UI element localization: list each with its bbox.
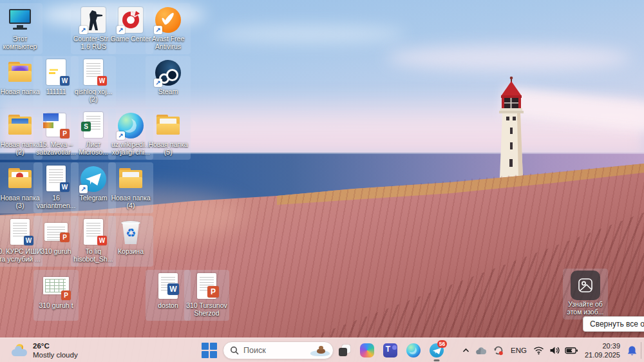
notifications-button[interactable] bbox=[625, 341, 639, 360]
desktop-icon-tursunov[interactable]: 310 Tursunov Sherzod bbox=[184, 270, 229, 321]
search-input[interactable] bbox=[243, 346, 308, 355]
time: 20:39 bbox=[585, 341, 620, 350]
chevron-up-icon bbox=[462, 347, 470, 354]
word-document-icon bbox=[41, 164, 71, 194]
volume-button[interactable] bbox=[548, 341, 561, 360]
powerpoint-file-icon bbox=[41, 111, 71, 140]
battery-icon bbox=[565, 346, 578, 355]
desktop-icon-folder-new-5[interactable]: Новая папка (5) bbox=[146, 109, 191, 160]
hidden-icons-button[interactable] bbox=[460, 341, 471, 360]
icon-label: Корзина bbox=[118, 247, 144, 255]
steam-icon bbox=[153, 58, 183, 88]
word-document-icon bbox=[153, 272, 183, 301]
teams-button[interactable] bbox=[379, 338, 402, 362]
running-indicator bbox=[434, 359, 440, 361]
shortcut-arrow-icon bbox=[117, 131, 125, 140]
desktop-icon-steam[interactable]: Steam bbox=[146, 56, 191, 107]
orange-ball-icon bbox=[153, 5, 183, 35]
icon-label: 310 guruh t bbox=[39, 301, 73, 309]
powerpoint-table-icon bbox=[41, 272, 71, 301]
task-view-button[interactable] bbox=[332, 338, 355, 362]
copilot-button[interactable] bbox=[355, 338, 379, 362]
computer-monitor-icon bbox=[5, 5, 35, 35]
minimize-all-tooltip: Свернуть все окна bbox=[583, 316, 644, 332]
icon-label: 310 guruh bbox=[41, 247, 71, 255]
onedrive-button[interactable] bbox=[474, 341, 489, 360]
clock[interactable]: 20:39 21.09.2025 bbox=[582, 341, 623, 360]
cs-soldier-icon bbox=[79, 5, 108, 35]
icon-label: Avast Free Antivirus bbox=[146, 35, 191, 51]
folder-icon bbox=[116, 164, 146, 194]
edge-button[interactable] bbox=[402, 338, 425, 362]
wps-document-icon bbox=[79, 218, 108, 247]
shortcut-arrow-icon bbox=[154, 26, 162, 34]
wifi-icon bbox=[533, 346, 544, 355]
shortcut-arrow-icon bbox=[79, 185, 88, 193]
desktop-icon-qishloq[interactable]: qishloq xoj... (2) bbox=[71, 56, 116, 107]
battery-button[interactable] bbox=[564, 341, 580, 360]
search-highlight-otter-image[interactable] bbox=[310, 343, 330, 357]
volume-icon bbox=[549, 346, 560, 355]
lighthouse bbox=[493, 75, 530, 180]
copilot-icon bbox=[360, 343, 374, 357]
wps-document-icon bbox=[79, 58, 108, 88]
telegram-icon bbox=[79, 164, 108, 194]
powerpoint-file-icon bbox=[41, 218, 71, 247]
update-restart-button[interactable] bbox=[491, 341, 506, 360]
folder-icon bbox=[5, 164, 35, 194]
shortcut-arrow-icon bbox=[79, 26, 88, 34]
icon-label: Новая папка (4) bbox=[108, 194, 153, 210]
telegram-button[interactable]: 56 bbox=[425, 338, 448, 362]
moon-cloud-icon bbox=[10, 343, 28, 358]
red-ring-arrow-icon bbox=[116, 5, 146, 35]
icon-label: Telegram bbox=[79, 194, 107, 202]
icon-label: doston bbox=[158, 301, 178, 309]
icon-label: qishloq xoj... (2) bbox=[71, 88, 116, 104]
update-restart-icon bbox=[493, 345, 504, 356]
language-indicator[interactable]: ENG bbox=[508, 341, 529, 360]
image-info-icon bbox=[571, 271, 600, 300]
taskbar-app-icons: 56 bbox=[332, 338, 448, 362]
recycle-bin-icon bbox=[116, 218, 146, 247]
desktop-icon-310-guruh-t[interactable]: 310 guruh t bbox=[33, 270, 79, 321]
icon-label: Этот компьютер bbox=[0, 35, 43, 51]
weather-condition: Mostly cloudy bbox=[33, 351, 78, 359]
spreadsheet-document-icon bbox=[79, 111, 108, 140]
word-document-icon bbox=[41, 58, 71, 88]
windows-logo-icon bbox=[202, 343, 209, 350]
search-icon bbox=[230, 346, 239, 355]
desktop-icon-folder-new-4[interactable]: Новая папка (4) bbox=[108, 162, 153, 213]
word-document-icon bbox=[5, 218, 35, 247]
icon-label: 310 Tursunov Sherzod bbox=[184, 301, 229, 318]
weather-temperature: 26°C bbox=[33, 341, 78, 350]
start-button[interactable] bbox=[201, 343, 218, 358]
telegram-unread-badge: 56 bbox=[437, 340, 447, 348]
desktop-icon-recycle-bin[interactable]: Корзина bbox=[108, 216, 153, 267]
search-box[interactable] bbox=[223, 341, 334, 359]
cloud bbox=[386, 45, 631, 71]
icon-label: Узнайте об этом изоб... bbox=[563, 300, 608, 316]
show-desktop-button[interactable] bbox=[641, 342, 644, 359]
weather-widget[interactable]: 26°CMostly cloudy bbox=[6, 340, 82, 361]
learn-about-image-button[interactable]: Узнайте об этом изоб... bbox=[563, 269, 608, 319]
cloud bbox=[213, 26, 406, 43]
shortcut-arrow-icon bbox=[154, 79, 162, 87]
icon-label: Steam bbox=[158, 88, 178, 95]
folder-icon bbox=[5, 111, 35, 140]
edge-icon bbox=[406, 343, 421, 357]
bell-icon bbox=[627, 345, 638, 356]
teams-icon bbox=[383, 343, 397, 357]
powerpoint-file-icon bbox=[192, 272, 222, 301]
icon-label: 111111 bbox=[46, 88, 66, 95]
wifi-button[interactable] bbox=[532, 341, 545, 360]
folder-icon bbox=[5, 58, 35, 88]
taskbar: 26°CMostly cloudy 56 ENG bbox=[0, 338, 644, 362]
onedrive-cloud-icon bbox=[475, 346, 488, 355]
desktop-icon-avast[interactable]: Avast Free Antivirus bbox=[146, 3, 191, 54]
folder-icon bbox=[153, 111, 183, 140]
desktop-icon-this-pc[interactable]: Этот компьютер bbox=[0, 3, 43, 54]
icon-label: Новая папка (5) bbox=[146, 140, 191, 157]
system-tray: ENG 20:39 21.09.2025 bbox=[460, 338, 644, 362]
edge-browser-icon bbox=[116, 111, 146, 140]
shortcut-arrow-icon bbox=[117, 26, 125, 34]
